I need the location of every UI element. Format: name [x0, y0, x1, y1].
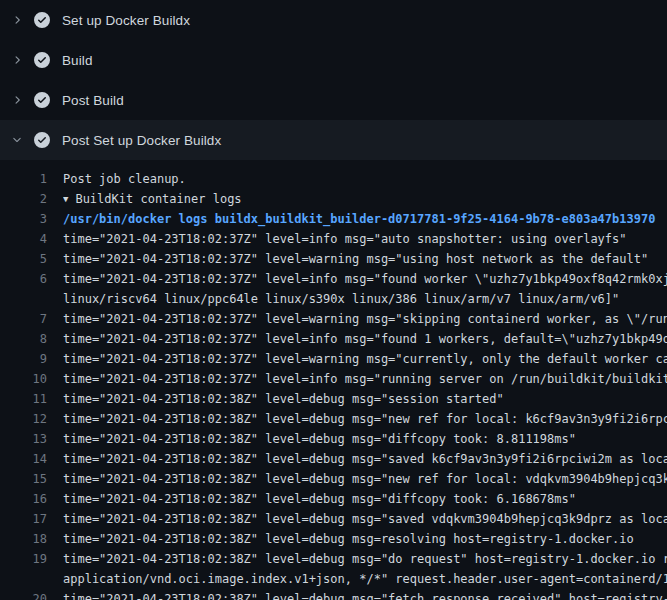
step-label: Build	[62, 53, 93, 68]
line-number[interactable]: 13	[0, 429, 47, 449]
step-label: Post Set up Docker Buildx	[62, 133, 221, 148]
line-number[interactable]: 8	[0, 329, 47, 349]
line-number[interactable]: 6	[0, 269, 47, 289]
log-line: 16time="2021-04-23T18:02:38Z" level=debu…	[0, 489, 667, 509]
log-line: 20time="2021-04-23T18:02:38Z" level=debu…	[0, 589, 667, 600]
log-line-text: time="2021-04-23T18:02:38Z" level=debug …	[63, 429, 667, 449]
log-line: 11time="2021-04-23T18:02:38Z" level=debu…	[0, 389, 667, 409]
log-line: 2▼BuildKit container logs	[0, 189, 667, 209]
log-line: 3/usr/bin/docker logs buildx_buildkit_bu…	[0, 209, 667, 229]
line-number[interactable]: 2	[0, 189, 47, 209]
line-number[interactable]: 15	[0, 469, 47, 489]
line-number[interactable]: 7	[0, 309, 47, 329]
log-line-text: time="2021-04-23T18:02:37Z" level=warnin…	[63, 249, 667, 269]
log-line-text: time="2021-04-23T18:02:38Z" level=debug …	[63, 589, 667, 600]
log-line-text: time="2021-04-23T18:02:37Z" level=info m…	[63, 229, 667, 249]
line-number[interactable]: 16	[0, 489, 47, 509]
log-line-text: time="2021-04-23T18:02:37Z" level=info m…	[63, 369, 667, 389]
step-header-post-set-up-docker-buildx[interactable]: Post Set up Docker Buildx	[0, 120, 667, 160]
log-line-text: time="2021-04-23T18:02:38Z" level=debug …	[63, 529, 667, 549]
log-group-header[interactable]: ▼BuildKit container logs	[63, 189, 667, 209]
log-line-text: Post job cleanup.	[63, 169, 667, 189]
line-number[interactable]: 9	[0, 349, 47, 369]
success-check-icon	[34, 12, 50, 28]
log-line-text: time="2021-04-23T18:02:38Z" level=debug …	[63, 509, 667, 529]
step-header-build[interactable]: Build	[0, 40, 667, 80]
actions-log-viewer: Set up Docker Buildx Build Post Build Po…	[0, 0, 667, 600]
line-number[interactable]: 3	[0, 209, 47, 229]
line-number[interactable]: 19	[0, 549, 47, 569]
log-line: 8time="2021-04-23T18:02:37Z" level=info …	[0, 329, 667, 349]
log-lines: 1Post job cleanup.2▼BuildKit container l…	[0, 160, 667, 600]
log-line-text: time="2021-04-23T18:02:38Z" level=debug …	[63, 489, 667, 509]
log-line-text: time="2021-04-23T18:02:37Z" level=info m…	[63, 269, 667, 309]
log-line-text: /usr/bin/docker logs buildx_buildkit_bui…	[63, 209, 667, 229]
log-line: 14time="2021-04-23T18:02:38Z" level=debu…	[0, 449, 667, 469]
chevron-right-icon	[8, 51, 26, 69]
log-line-text: time="2021-04-23T18:02:38Z" level=debug …	[63, 449, 667, 469]
line-number[interactable]: 5	[0, 249, 47, 269]
line-number[interactable]: 17	[0, 509, 47, 529]
log-line-text: time="2021-04-23T18:02:38Z" level=debug …	[63, 389, 667, 409]
group-title[interactable]: BuildKit container logs	[75, 192, 241, 206]
success-check-icon	[34, 52, 50, 68]
log-line: 9time="2021-04-23T18:02:37Z" level=warni…	[0, 349, 667, 369]
success-check-icon	[34, 92, 50, 108]
log-line-text: time="2021-04-23T18:02:37Z" level=warnin…	[63, 349, 667, 369]
line-number[interactable]: 11	[0, 389, 47, 409]
line-number[interactable]: 1	[0, 169, 47, 189]
step-label: Set up Docker Buildx	[62, 13, 190, 28]
log-line: 7time="2021-04-23T18:02:37Z" level=warni…	[0, 309, 667, 329]
step-label: Post Build	[62, 93, 124, 108]
log-line: 19time="2021-04-23T18:02:38Z" level=debu…	[0, 549, 667, 589]
step-header-set-up-docker-buildx[interactable]: Set up Docker Buildx	[0, 0, 667, 40]
log-line-text: time="2021-04-23T18:02:38Z" level=debug …	[63, 469, 667, 489]
chevron-right-icon	[8, 11, 26, 29]
log-line: 12time="2021-04-23T18:02:38Z" level=debu…	[0, 409, 667, 429]
success-check-icon	[34, 132, 50, 148]
chevron-down-icon	[8, 131, 26, 149]
log-line: 5time="2021-04-23T18:02:37Z" level=warni…	[0, 249, 667, 269]
log-line: 6time="2021-04-23T18:02:37Z" level=info …	[0, 269, 667, 309]
group-collapse-icon[interactable]: ▼	[63, 189, 68, 209]
log-line: 10time="2021-04-23T18:02:37Z" level=info…	[0, 369, 667, 389]
line-number[interactable]: 20	[0, 589, 47, 600]
chevron-right-icon	[8, 91, 26, 109]
log-line: 17time="2021-04-23T18:02:38Z" level=debu…	[0, 509, 667, 529]
line-number[interactable]: 14	[0, 449, 47, 469]
log-line: 1Post job cleanup.	[0, 169, 667, 189]
log-line: 18time="2021-04-23T18:02:38Z" level=debu…	[0, 529, 667, 549]
log-line-text: time="2021-04-23T18:02:37Z" level=info m…	[63, 329, 667, 349]
log-line-text: time="2021-04-23T18:02:38Z" level=debug …	[63, 549, 667, 589]
log-line: 15time="2021-04-23T18:02:38Z" level=debu…	[0, 469, 667, 489]
line-number[interactable]: 18	[0, 529, 47, 549]
log-line: 4time="2021-04-23T18:02:37Z" level=info …	[0, 229, 667, 249]
log-line: 13time="2021-04-23T18:02:38Z" level=debu…	[0, 429, 667, 449]
line-number[interactable]: 4	[0, 229, 47, 249]
step-header-post-build[interactable]: Post Build	[0, 80, 667, 120]
line-number[interactable]: 12	[0, 409, 47, 429]
log-line-text: time="2021-04-23T18:02:37Z" level=warnin…	[63, 309, 667, 329]
line-number[interactable]: 10	[0, 369, 47, 389]
log-line-text: time="2021-04-23T18:02:38Z" level=debug …	[63, 409, 667, 429]
